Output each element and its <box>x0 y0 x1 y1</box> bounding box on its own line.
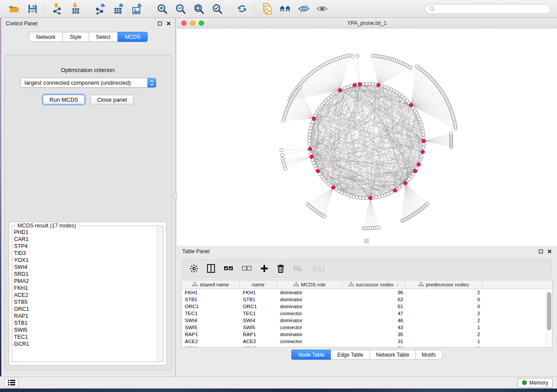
task-history-button[interactable] <box>4 378 18 387</box>
open-session-icon[interactable] <box>8 3 20 15</box>
table-cell: 46 <box>343 317 405 324</box>
zoom-fit-icon[interactable] <box>193 3 205 15</box>
network-graph[interactable] <box>177 28 557 246</box>
table-cell: ACE2 <box>240 338 277 345</box>
tab-network-table[interactable]: Network Table <box>370 350 415 360</box>
export-image-icon[interactable] <box>131 3 143 15</box>
table-cell: 61 <box>343 303 405 310</box>
select-all-icon[interactable] <box>224 265 233 272</box>
column-header-successor-nodes[interactable]: successor nodes⌄ <box>343 280 405 289</box>
zoom-selected-icon[interactable] <box>211 3 223 15</box>
mcds-result-item[interactable]: STP4 <box>13 243 156 250</box>
mcds-result-item[interactable]: GCR1 <box>13 340 156 347</box>
vertical-splitter-handle[interactable] <box>173 192 177 199</box>
mcds-result-item[interactable]: SWI5 <box>13 327 156 334</box>
deselect-all-icon[interactable] <box>242 265 252 272</box>
table-cell: RAP1 <box>240 331 277 338</box>
mcds-result-item[interactable]: YOX1 <box>13 257 156 264</box>
mcds-result-item[interactable]: PHD1 <box>13 229 156 236</box>
column-header-predecessor-nodes[interactable]: predecessor nodes <box>405 280 482 289</box>
table-row[interactable]: RAP1RAP1dominator352 <box>182 331 552 338</box>
close-panel-icon[interactable] <box>166 21 171 26</box>
mcds-result-item[interactable]: RAP1 <box>13 313 156 320</box>
network-views-icon[interactable] <box>279 3 291 15</box>
tab-network[interactable]: Network <box>29 32 62 42</box>
table-cell: FKH1 <box>240 289 277 296</box>
table-cell: 0 <box>405 303 482 310</box>
refresh-view-icon[interactable] <box>236 3 248 15</box>
table-panel-title: Table Panel <box>182 248 210 254</box>
memory-button[interactable]: Memory <box>518 378 553 388</box>
import-network-icon[interactable] <box>51 3 63 15</box>
tab-select[interactable]: Select <box>89 32 118 42</box>
mcds-result-item[interactable]: TEC1 <box>13 334 156 340</box>
table-scrollbar[interactable] <box>546 289 552 347</box>
table-row[interactable]: SWI5SWI5connector431 <box>182 324 552 331</box>
column-header-name[interactable]: name <box>240 280 277 289</box>
close-table-panel-icon[interactable] <box>547 249 552 254</box>
column-label: MCDS role <box>301 282 325 287</box>
tab-edge-table[interactable]: Edge Table <box>331 350 370 360</box>
zoom-in-icon[interactable] <box>156 3 168 15</box>
table-row[interactable]: TEC1TEC1connector472 <box>182 310 552 317</box>
float-table-panel-icon[interactable] <box>538 249 543 254</box>
mcds-result-item[interactable]: STB1 <box>13 320 156 327</box>
mcds-result-item[interactable]: ACE2 <box>13 292 156 299</box>
memory-label: Memory <box>529 380 548 386</box>
column-label: predecessor nodes <box>426 282 469 287</box>
network-view-window: YPA_prune.txt_1 <box>177 18 557 246</box>
tab-node-table[interactable]: Node Table <box>291 350 331 360</box>
import-table-icon[interactable] <box>69 3 82 15</box>
eye-icon[interactable] <box>316 3 328 15</box>
mcds-result-item[interactable]: SWI4 <box>13 264 156 271</box>
mcds-result-item[interactable]: STB5 <box>13 299 156 306</box>
table-cell: SWI5 <box>240 324 277 331</box>
mcds-result-item[interactable]: SRD1 <box>13 271 156 278</box>
horizontal-splitter-handle[interactable] <box>364 239 369 243</box>
delete-row-icon[interactable] <box>277 264 284 273</box>
mcds-result-list[interactable]: PHD1CAR1STP4TID3YOX1SWI4SRD1PMA2FKH1ACE2… <box>13 229 156 361</box>
table-row[interactable]: SWI4SWI4dominator462 <box>182 317 552 324</box>
zoom-out-icon[interactable] <box>174 3 187 15</box>
run-mcds-button[interactable]: Run MCDS <box>43 95 85 104</box>
table-cell: connector <box>277 345 343 347</box>
network-canvas[interactable] <box>177 28 557 246</box>
table-settings-icon[interactable] <box>190 264 198 273</box>
mcds-result-item[interactable]: TID3 <box>13 250 156 257</box>
add-row-icon[interactable] <box>260 265 268 272</box>
mcds-result-item[interactable]: CAR1 <box>13 236 156 243</box>
table-row[interactable]: ORC1ORC1dominator610 <box>182 303 552 310</box>
search-input[interactable] <box>425 4 551 14</box>
table-cell: dominator <box>277 289 343 296</box>
table-row[interactable]: FKH1FKH1dominator962 <box>182 289 552 296</box>
table-cell: SWI4 <box>182 317 240 324</box>
column-header-shared-name[interactable]: shared name <box>182 280 240 289</box>
table-scrollbar-thumb[interactable] <box>547 292 551 330</box>
eye-slash-icon[interactable] <box>298 3 310 15</box>
mcds-result-item[interactable]: PMA2 <box>13 278 156 285</box>
table-row[interactable]: YOX1YOX1connector291 <box>182 345 552 347</box>
mcds-list-scrollbar[interactable] <box>156 226 163 361</box>
mcds-result-item[interactable]: FKH1 <box>13 285 156 292</box>
mcds-panel: Optimization criterion: largest connecte… <box>4 55 172 370</box>
table-panel: Table Panel f(x) shared namenameMCDS rol… <box>177 246 557 376</box>
optimization-criterion-select[interactable]: largest connected component (undirected) <box>20 78 156 88</box>
tab-motifs[interactable]: Motifs <box>415 350 443 360</box>
column-header-MCDS-role[interactable]: MCDS role <box>277 280 343 289</box>
table-cell: 31 <box>343 338 405 345</box>
shared-column-icon <box>419 282 424 288</box>
export-table-icon[interactable] <box>113 3 125 15</box>
table-row[interactable]: STB1STB1dominator620 <box>182 296 552 303</box>
save-session-icon[interactable] <box>26 3 38 15</box>
table-cell: ORC1 <box>182 303 240 310</box>
clone-network-icon[interactable] <box>261 3 273 15</box>
float-panel-icon[interactable] <box>157 21 162 26</box>
tab-style[interactable]: Style <box>62 32 89 42</box>
table-row[interactable]: ACE2ACE2connector311 <box>182 338 552 345</box>
mcds-result-item[interactable]: ORC1 <box>13 306 156 313</box>
close-panel-button[interactable]: Close panel <box>90 95 134 104</box>
export-network-icon[interactable] <box>94 3 107 15</box>
tab-mcds[interactable]: MCDS <box>118 32 148 42</box>
function-builder-icon: f(x) <box>311 264 324 273</box>
toggle-columns-icon[interactable] <box>207 264 215 273</box>
